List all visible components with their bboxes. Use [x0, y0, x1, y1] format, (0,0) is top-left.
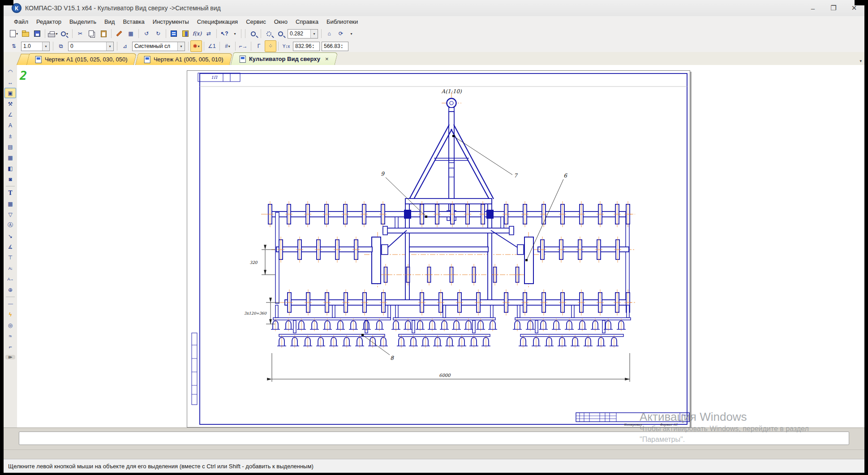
snap-button[interactable]: ✱▾ — [190, 40, 202, 52]
view-number-badge: 2 — [20, 69, 27, 82]
redo-button[interactable]: ↻ — [152, 28, 164, 39]
layer-combo[interactable]: 0 ▾ — [68, 42, 114, 51]
context-help-button[interactable]: ↖? — [219, 28, 230, 39]
grid-button[interactable]: #▾ — [222, 40, 233, 52]
open-button[interactable] — [20, 28, 31, 39]
tool-dimensions[interactable]: ↔ — [4, 77, 16, 87]
snap-toggle-button[interactable]: ⁘ — [265, 40, 276, 52]
menu-select[interactable]: Выделить — [65, 16, 100, 27]
tool-macro[interactable]: ◙ — [4, 174, 16, 184]
menu-tools[interactable]: Инструменты — [149, 16, 193, 27]
svg-text:6000: 6000 — [439, 373, 451, 378]
menu-editor[interactable]: Редактор — [32, 16, 65, 27]
tab-list-button[interactable]: ▾ — [859, 59, 862, 63]
tool-datum[interactable]: Ⓐ — [4, 220, 16, 230]
tool-text[interactable]: T — [4, 188, 16, 198]
tool-detail-view[interactable]: ⊕ — [4, 285, 16, 295]
library-manager-button[interactable] — [180, 28, 191, 39]
variables-button[interactable]: f(x) — [191, 28, 203, 39]
y-coordinate-field[interactable]: 566.83 ▴▾ — [322, 42, 348, 51]
snap-toggle-icon: ⁘ — [268, 43, 273, 49]
paste-button[interactable] — [98, 28, 109, 39]
print-button[interactable]: ▾ — [47, 28, 59, 39]
menu-libraries[interactable]: Библиотеки — [322, 16, 362, 27]
new-document-button[interactable]: ▾ — [8, 28, 20, 39]
drawing-canvas[interactable]: 2 — [17, 65, 864, 428]
drawing-sheet[interactable]: 1П — [187, 70, 690, 428]
print-preview-button[interactable]: ▾ — [59, 28, 70, 39]
tool-editing[interactable]: ⚒ — [4, 99, 16, 109]
tool-measurement[interactable]: A — [4, 120, 16, 130]
tool-parametrization[interactable]: ∠ — [4, 109, 16, 120]
menu-service[interactable]: Сервис — [242, 16, 270, 27]
ortho-button[interactable]: Г — [253, 40, 265, 52]
properties-button[interactable]: ▦ — [125, 28, 137, 39]
dimension-320: 320 — [249, 250, 275, 275]
copy-properties-button[interactable] — [113, 28, 125, 39]
dimension-6000: 6000 — [272, 353, 630, 382]
tab-cultivator-top-view[interactable]: Культиватор Вид сверху × — [231, 52, 338, 65]
tool-specification[interactable]: ▤ — [4, 142, 16, 152]
coords-button[interactable]: Y↕x — [280, 40, 292, 52]
tool-break-line[interactable]: ⌐ — [4, 341, 16, 352]
tab-label: Чертеж А1 (005, 005, 010) — [154, 56, 223, 63]
tool-center-mark[interactable]: ◎ — [4, 320, 16, 330]
menu-file[interactable]: Файл — [10, 16, 32, 27]
menu-window[interactable]: Окно — [270, 16, 292, 27]
middle-toolbar-tines — [277, 237, 621, 285]
minimize-button[interactable]: – — [803, 0, 823, 16]
x-coordinate-field[interactable]: 832.96 ▴▾ — [293, 42, 320, 51]
tool-centerline[interactable]: –·– — [4, 298, 16, 309]
menu-view[interactable]: Вид — [100, 16, 119, 27]
tool-leader[interactable]: ↘ — [4, 231, 16, 241]
menu-insert[interactable]: Вставка — [119, 16, 148, 27]
undo-button[interactable]: ↺ — [141, 28, 152, 39]
cursor-step-combo[interactable]: 1.0 ▾ — [21, 42, 50, 51]
cursor-step-button[interactable]: ⇅ — [8, 40, 20, 52]
zoom-area-button[interactable] — [263, 28, 275, 39]
zoom-selected-button[interactable] — [247, 28, 259, 39]
message-field[interactable] — [19, 432, 849, 445]
grid-icon: # — [225, 43, 228, 49]
tool-roughness[interactable]: ▽ — [4, 209, 16, 220]
tool-reports[interactable]: ▦ — [4, 152, 16, 163]
tab-close-icon[interactable]: × — [325, 56, 329, 62]
local-cs-button[interactable]: ⌐→ — [237, 40, 249, 52]
fit-document-button[interactable]: ⌂ — [323, 28, 335, 39]
tool-view-arrow[interactable]: A↓ — [4, 263, 16, 273]
zoom-overflow-button[interactable]: ▾ — [347, 28, 356, 39]
panel-grip[interactable]: ▮▶ — [5, 355, 15, 359]
tool-tolerance[interactable]: ⊤ — [4, 252, 16, 263]
tool-auto-axis[interactable]: ϟ — [4, 309, 16, 320]
tool-position[interactable]: ∡ — [4, 242, 16, 252]
redo-icon: ↻ — [156, 30, 160, 37]
cut-button[interactable]: ✂ — [74, 28, 86, 39]
tool-wavy-line[interactable]: ≈ — [4, 331, 16, 341]
save-button[interactable] — [31, 28, 43, 39]
tool-geometry[interactable]: ◠ — [4, 66, 16, 77]
specification-button[interactable] — [168, 28, 180, 39]
angle-snap-button[interactable]: ∠1 — [206, 40, 218, 52]
units-button[interactable]: ⇄ — [203, 28, 215, 39]
layer-state-button[interactable]: ⊿ — [119, 40, 131, 52]
maximize-button[interactable]: ❐ — [823, 0, 844, 16]
refresh-image-button[interactable]: ⟳ — [335, 28, 347, 39]
tab-drawing-2[interactable]: Чертеж А1 (005, 005, 010) — [135, 53, 232, 65]
y-spinner[interactable]: ▴▾ — [341, 43, 343, 49]
tool-cut-line[interactable]: A→ — [4, 274, 16, 284]
layers-button[interactable]: ⧉ — [55, 40, 67, 52]
zoom-in-button[interactable] — [275, 28, 286, 39]
tool-insertions[interactable]: ◧ — [4, 163, 16, 173]
style-combo[interactable]: Системный сл ▾ — [132, 42, 185, 51]
toolbar-overflow-button[interactable]: ▾ — [230, 28, 239, 39]
menu-help[interactable]: Справка — [292, 16, 322, 27]
copy-button[interactable] — [86, 28, 98, 39]
tab-drawing-1[interactable]: Чертеж А1 (015, 025, 030, 050) — [26, 53, 137, 65]
x-spinner[interactable]: ▴▾ — [313, 43, 314, 49]
zoom-scale-combo[interactable]: 0.282 ▾ — [288, 29, 318, 39]
menu-specification[interactable]: Спецификация — [193, 16, 242, 27]
tool-table[interactable]: ▦ — [4, 199, 16, 209]
tool-selection[interactable]: ± — [4, 131, 16, 141]
spring-teeth-row-2 — [277, 335, 619, 348]
tool-designations[interactable]: ▣ — [4, 88, 16, 98]
